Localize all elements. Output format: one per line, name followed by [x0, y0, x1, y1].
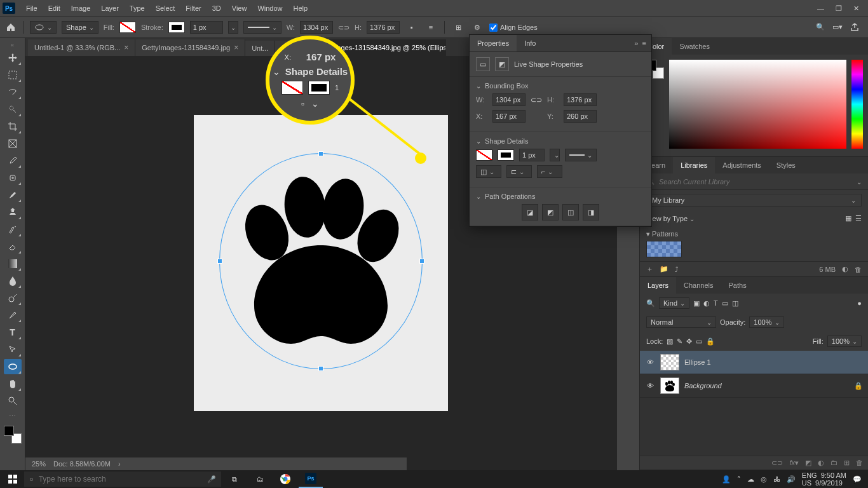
- quick-selection-tool[interactable]: [4, 102, 22, 117]
- workspace-icon[interactable]: ▭▾: [832, 23, 843, 32]
- gradient-tool[interactable]: [4, 256, 22, 271]
- new-layer-icon[interactable]: ⊞: [844, 459, 850, 467]
- layer-filter-kind[interactable]: Kind: [659, 297, 689, 309]
- doc-tab-2[interactable]: GettyImages-131584349.jpg×: [135, 39, 245, 56]
- healing-brush-tool[interactable]: [4, 170, 22, 186]
- layer-name[interactable]: Background: [684, 382, 849, 390]
- zoom-tool[interactable]: [4, 393, 22, 409]
- align-edges-checkbox[interactable]: Align Edges: [489, 24, 538, 32]
- crop-tool[interactable]: [4, 119, 22, 134]
- filter-pixel-icon[interactable]: ▣: [693, 299, 700, 308]
- doc-tab-4[interactable]: ...m...: [275, 41, 306, 56]
- stroke-width-dropdown[interactable]: [228, 21, 238, 34]
- fill-opacity-input[interactable]: 100%: [827, 336, 862, 347]
- library-search[interactable]: 🔍: [640, 173, 868, 190]
- filter-type-icon[interactable]: T: [714, 299, 718, 307]
- layer-ellipse-1[interactable]: 👁 Ellipse 1: [640, 351, 868, 374]
- gear-icon[interactable]: ⚙: [470, 20, 484, 34]
- width-input[interactable]: 1304 px: [300, 21, 333, 34]
- marquee-tool[interactable]: [4, 67, 22, 83]
- maximize-icon[interactable]: ❐: [836, 4, 842, 13]
- group-icon[interactable]: 🗀: [831, 459, 837, 467]
- handle-s[interactable]: [318, 366, 323, 371]
- eraser-tool[interactable]: [4, 239, 22, 254]
- lock-position-icon[interactable]: ✥: [686, 337, 692, 346]
- tab-adjustments[interactable]: Adjustments: [715, 157, 769, 173]
- menu-help[interactable]: Help: [288, 2, 313, 15]
- tab-swatches[interactable]: Swatches: [672, 38, 717, 55]
- tab-libraries[interactable]: Libraries: [673, 157, 715, 173]
- eyedropper-tool[interactable]: [4, 153, 22, 168]
- height-input[interactable]: 1376 px: [367, 21, 400, 34]
- tab-layers[interactable]: Layers: [640, 277, 676, 294]
- list-view-icon[interactable]: ☰: [855, 214, 862, 222]
- task-view-icon[interactable]: ⧉: [222, 470, 247, 488]
- doc-tab-5[interactable]: GettyImages-131584349.jpg @ 25% (Ellipse…: [306, 39, 446, 56]
- prop-x[interactable]: 167 px: [492, 110, 526, 123]
- share-icon[interactable]: [850, 23, 859, 32]
- blur-tool[interactable]: [4, 273, 22, 288]
- link-icon[interactable]: ⊂⊃: [531, 96, 542, 104]
- file-explorer-icon[interactable]: 🗂: [248, 470, 272, 488]
- lock-all-icon[interactable]: 🔒: [706, 337, 715, 346]
- bounding-box-header[interactable]: ⌄ Bounding Box: [476, 82, 645, 90]
- layer-name[interactable]: Ellipse 1: [684, 358, 863, 366]
- menu-view[interactable]: View: [227, 2, 252, 15]
- history-brush-tool[interactable]: [4, 222, 22, 237]
- menu-layer[interactable]: Layer: [96, 2, 124, 15]
- tool-mode-select[interactable]: Shape: [62, 21, 98, 34]
- menu-image[interactable]: Image: [66, 2, 96, 15]
- stroke-corners[interactable]: ⌐: [537, 165, 562, 178]
- filter-smart-icon[interactable]: ◫: [732, 299, 738, 308]
- stroke-swatch[interactable]: [168, 22, 185, 33]
- handle-w[interactable]: [217, 259, 222, 264]
- prop-w[interactable]: 1304 px: [492, 93, 526, 106]
- trash-icon[interactable]: 🗑: [855, 266, 862, 273]
- brush-tool[interactable]: [4, 187, 22, 203]
- doc-tab-3[interactable]: Unt...: [245, 41, 275, 56]
- stroke-width-input[interactable]: 1 px: [190, 21, 223, 34]
- add-content-icon[interactable]: ＋: [646, 264, 653, 274]
- opacity-input[interactable]: 100%: [749, 316, 783, 328]
- lasso-tool[interactable]: [4, 85, 22, 100]
- foreground-background-colors[interactable]: [4, 426, 22, 444]
- tray-cc-icon[interactable]: ◎: [761, 475, 767, 484]
- prop-y[interactable]: 260 px: [564, 110, 597, 123]
- prop-stroke-swatch[interactable]: [498, 149, 514, 161]
- photoshop-taskbar-icon[interactable]: Ps: [299, 470, 323, 488]
- mic-icon[interactable]: 🎤: [207, 475, 216, 484]
- prop-fill-swatch[interactable]: [476, 149, 492, 161]
- prop-stroke-type[interactable]: [565, 149, 597, 161]
- lock-transparent-icon[interactable]: ▨: [667, 337, 673, 346]
- ellipse-tool[interactable]: [4, 359, 22, 374]
- cloud-icon[interactable]: ◐: [842, 265, 848, 273]
- hand-tool[interactable]: [4, 376, 22, 391]
- stroke-type[interactable]: [243, 21, 281, 34]
- tab-properties[interactable]: Properties: [470, 35, 517, 51]
- pathop-subtract[interactable]: ◩: [542, 204, 559, 220]
- close-icon[interactable]: ×: [124, 43, 128, 52]
- stroke-caps[interactable]: ⊏: [506, 165, 532, 178]
- shape-selection[interactable]: [219, 153, 423, 369]
- tray-up-icon[interactable]: ˄: [737, 475, 741, 484]
- close-icon[interactable]: ×: [234, 43, 238, 52]
- menu-3d[interactable]: 3D: [207, 2, 226, 15]
- tab-channels[interactable]: Channels: [676, 277, 721, 294]
- patterns-header[interactable]: ▾ Patterns: [646, 230, 862, 238]
- upload-icon[interactable]: ⤴: [675, 266, 679, 273]
- color-field[interactable]: [669, 60, 846, 149]
- tray-clock[interactable]: ENG9:50 AM US9/9/2019: [802, 471, 846, 487]
- link-layers-icon[interactable]: ⊂⊃: [771, 459, 783, 467]
- doc-tab-1[interactable]: Untitled-1 @ 33.3% (RGB...×: [28, 39, 135, 56]
- menu-window[interactable]: Window: [252, 2, 287, 15]
- dodge-tool[interactable]: [4, 290, 22, 306]
- tab-info[interactable]: Info: [517, 35, 543, 51]
- menu-filter[interactable]: Filter: [180, 2, 206, 15]
- menu-select[interactable]: Select: [151, 2, 180, 15]
- path-arrangement-icon[interactable]: ≡: [424, 20, 438, 34]
- grid-view-icon[interactable]: ▦: [845, 214, 851, 222]
- home-icon[interactable]: [5, 22, 17, 33]
- pathop-combine[interactable]: ◪: [522, 204, 538, 220]
- doc-info[interactable]: Doc: 8.58M/6.00M: [53, 460, 111, 468]
- layer-background[interactable]: 👁 Background 🔒: [640, 374, 868, 398]
